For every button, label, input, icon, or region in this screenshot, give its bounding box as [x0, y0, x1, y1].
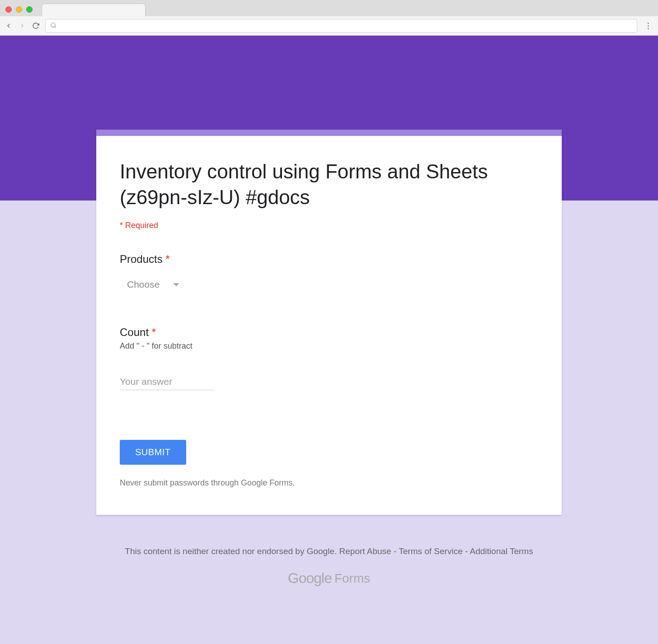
- dropdown-placeholder: Choose: [127, 279, 160, 290]
- question-count: Count * Add " - " for subtract: [120, 326, 538, 390]
- footer: This content is neither created nor endo…: [96, 546, 562, 587]
- form-wrapper: Inventory control using Forms and Sheets…: [96, 130, 562, 587]
- question-label: Count *: [120, 326, 538, 339]
- count-input[interactable]: [120, 373, 215, 390]
- footer-disclaimer: This content is neither created nor endo…: [105, 546, 553, 556]
- submit-button[interactable]: SUBMIT: [120, 440, 186, 465]
- forward-button[interactable]: [18, 22, 26, 30]
- page-body: Inventory control using Forms and Sheets…: [0, 36, 658, 644]
- form-card: Inventory control using Forms and Sheets…: [96, 130, 562, 515]
- required-asterisk: *: [165, 253, 169, 265]
- question-description: Add " - " for subtract: [120, 341, 538, 351]
- back-button[interactable]: [5, 22, 13, 30]
- question-products: Products * Choose: [120, 253, 538, 294]
- required-label: * Required: [120, 221, 538, 230]
- maximize-window-button[interactable]: [26, 6, 33, 13]
- separator: -: [394, 546, 399, 556]
- question-label: Products *: [120, 253, 538, 266]
- products-dropdown[interactable]: Choose: [120, 275, 187, 294]
- minimize-window-button[interactable]: [16, 6, 22, 13]
- toolbar: [0, 16, 658, 35]
- browser-tab[interactable]: [42, 4, 146, 16]
- password-warning: Never submit passwords through Google Fo…: [120, 478, 538, 488]
- browser-menu-button[interactable]: [643, 23, 653, 29]
- report-abuse-link[interactable]: Report Abuse: [339, 546, 391, 556]
- disclaimer-text: This content is neither created nor endo…: [125, 546, 337, 556]
- svg-point-0: [51, 23, 55, 27]
- browser-chrome: [0, 0, 658, 36]
- label-text: Count: [120, 326, 149, 338]
- svg-line-1: [55, 26, 56, 28]
- tab-bar: [0, 0, 658, 16]
- reload-button[interactable]: [32, 22, 40, 30]
- search-icon: [50, 22, 56, 30]
- close-window-button[interactable]: [5, 6, 12, 13]
- label-text: Products: [120, 253, 163, 265]
- separator: -: [465, 546, 470, 556]
- window-controls: [5, 6, 33, 13]
- google-logo-text: Google: [288, 570, 332, 587]
- google-forms-logo[interactable]: Google Forms: [105, 570, 553, 587]
- additional-terms-link[interactable]: Additional Terms: [470, 546, 533, 556]
- form-title: Inventory control using Forms and Sheets…: [120, 159, 538, 210]
- chevron-down-icon: [173, 283, 179, 286]
- terms-link[interactable]: Terms of Service: [399, 546, 462, 556]
- forms-logo-text: Forms: [334, 571, 370, 586]
- address-bar[interactable]: [45, 19, 637, 33]
- required-asterisk: *: [152, 326, 156, 338]
